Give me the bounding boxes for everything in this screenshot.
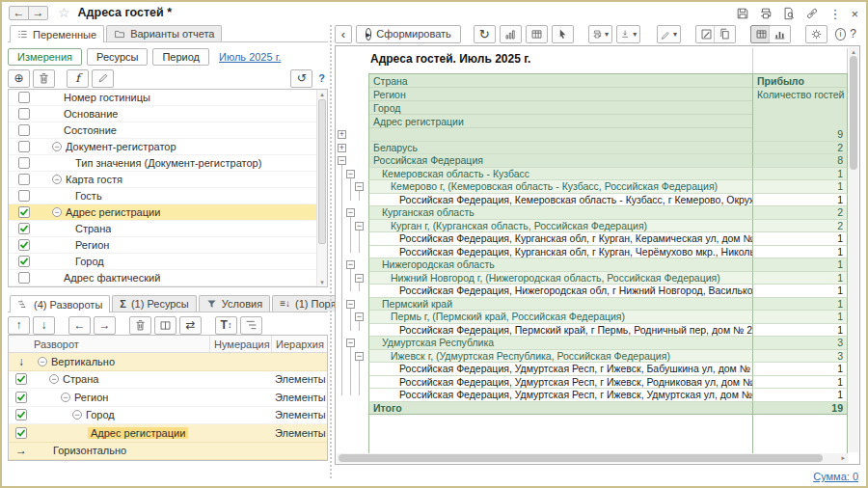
scroll-down-icon[interactable]: ▾ bbox=[317, 278, 327, 286]
info-icon[interactable]: i bbox=[835, 28, 847, 41]
checkbox-checked[interactable] bbox=[18, 256, 30, 267]
favorite-star-icon[interactable]: ☆ bbox=[58, 5, 70, 20]
collapse-icon[interactable]: − bbox=[355, 352, 364, 361]
header-address[interactable]: Адрес регистрации bbox=[369, 115, 752, 128]
checkbox[interactable] bbox=[18, 174, 30, 185]
header-arrived[interactable]: Прибыло bbox=[753, 74, 847, 88]
save-icon[interactable] bbox=[736, 7, 749, 20]
nav-forward-button[interactable]: → bbox=[28, 6, 48, 20]
report-variant-button[interactable] bbox=[500, 25, 522, 43]
collapse-icon[interactable]: − bbox=[355, 312, 364, 321]
tab-report-variants[interactable]: Варианты отчета bbox=[106, 25, 222, 41]
report-row[interactable]: −Удмуртская Республика3 bbox=[337, 337, 848, 350]
field-row[interactable]: Состояние bbox=[9, 122, 327, 139]
collapse-icon[interactable]: − bbox=[346, 300, 355, 309]
settings-button[interactable] bbox=[805, 25, 827, 43]
header-guest-count[interactable]: Количество гостей bbox=[753, 88, 847, 128]
checkbox[interactable] bbox=[18, 141, 30, 152]
report-row[interactable]: Российская Федерация, Удмуртская Респ, г… bbox=[337, 389, 848, 402]
link-icon[interactable] bbox=[805, 7, 819, 20]
expand-icon[interactable]: + bbox=[338, 130, 346, 139]
sum-link[interactable]: Сумма: 0 bbox=[813, 471, 858, 482]
collapse-icon[interactable]: − bbox=[346, 339, 355, 347]
move-up-button[interactable]: ↑ bbox=[8, 316, 30, 335]
grid-settings-button[interactable] bbox=[526, 25, 548, 43]
report-row[interactable]: Российская Федерация, Удмуртская Респ, г… bbox=[337, 363, 848, 376]
checkbox-checked[interactable] bbox=[18, 223, 30, 234]
header-country[interactable]: Страна bbox=[369, 74, 752, 88]
swap-button[interactable]: ⇄ bbox=[179, 316, 202, 335]
report-row[interactable]: Российская Федерация, Нижегородская обл,… bbox=[337, 285, 848, 298]
help-icon[interactable]: ? bbox=[850, 28, 856, 40]
checkbox[interactable] bbox=[18, 124, 30, 136]
move-right-button[interactable]: → bbox=[94, 316, 116, 335]
view-chart-button[interactable] bbox=[769, 25, 791, 43]
scroll-up-icon[interactable]: ▴ bbox=[320, 91, 324, 97]
generate-button[interactable]: ▶Сформировать bbox=[356, 25, 461, 43]
collapse-icon[interactable]: − bbox=[355, 182, 364, 191]
copy-button[interactable] bbox=[714, 25, 736, 43]
report-row[interactable]: Российская Федерация, Курганская обл, г … bbox=[337, 246, 848, 259]
split-columns-button[interactable] bbox=[154, 316, 176, 335]
collapse-icon[interactable]: − bbox=[346, 208, 355, 217]
report-vscrollbar[interactable]: ▴ bbox=[849, 47, 858, 452]
more-icon[interactable]: ⋮ bbox=[828, 8, 841, 20]
collapse-icon[interactable]: − bbox=[355, 274, 364, 283]
report-row[interactable]: −Ижевск г, (Удмуртская Республика, Росси… bbox=[337, 350, 848, 364]
subtab-period[interactable]: Период bbox=[152, 48, 209, 66]
expand-icon[interactable]: + bbox=[338, 144, 346, 152]
checkbox-checked[interactable] bbox=[15, 427, 27, 439]
report-total-row[interactable]: Итого19 bbox=[337, 402, 848, 416]
help-link[interactable]: ? bbox=[315, 72, 328, 84]
grid-row-selected[interactable]: Адрес регистрации Элементы bbox=[9, 424, 327, 443]
format-button[interactable]: ▾ bbox=[657, 25, 681, 43]
reset-button[interactable]: ↺ bbox=[290, 69, 312, 88]
checkbox-checked[interactable] bbox=[15, 409, 27, 420]
field-row[interactable]: Адрес фактический bbox=[9, 270, 327, 286]
refresh-button[interactable]: ↻ bbox=[474, 25, 496, 43]
grid-row[interactable]: −Регион Элементы bbox=[9, 389, 327, 407]
checkbox-checked[interactable] bbox=[18, 206, 30, 218]
collapse-icon[interactable]: − bbox=[338, 156, 346, 165]
report-row[interactable]: −Пермский край1 bbox=[337, 298, 848, 312]
add-button[interactable]: ⊕ bbox=[8, 69, 30, 88]
panel-splitter[interactable] bbox=[330, 25, 333, 478]
tab-resources[interactable]: Σ (1) Ресурсы bbox=[112, 295, 196, 312]
move-left-button[interactable]: ← bbox=[68, 316, 91, 335]
grid-row[interactable]: −Страна Элементы bbox=[9, 371, 327, 390]
collapse-icon[interactable]: − bbox=[72, 410, 82, 420]
collapse-icon[interactable]: − bbox=[52, 175, 62, 184]
nav-back-button[interactable]: ← bbox=[9, 6, 29, 20]
field-row[interactable]: −Карта гостя bbox=[9, 172, 327, 188]
report-row[interactable]: Российская Федерация, Пермский край, г П… bbox=[337, 324, 848, 338]
scroll-right-icon[interactable]: ▸ bbox=[841, 453, 845, 463]
field-row[interactable]: Основание bbox=[9, 106, 327, 122]
collapse-icon[interactable]: − bbox=[49, 374, 59, 384]
field-row-selected[interactable]: −Адрес регистрации bbox=[9, 204, 327, 221]
text-settings-button[interactable]: T↕ bbox=[215, 316, 237, 335]
period-link[interactable]: Июль 2025 г. bbox=[219, 51, 281, 63]
collapse-icon[interactable]: − bbox=[346, 260, 355, 269]
report-row[interactable]: +9 bbox=[337, 128, 848, 142]
field-row[interactable]: Тип значения (Документ-регистратор) bbox=[9, 155, 327, 172]
close-icon[interactable]: × bbox=[851, 8, 858, 20]
report-row[interactable]: Российская Федерация, Удмуртская Респ, г… bbox=[337, 376, 848, 390]
preview-icon[interactable] bbox=[782, 7, 796, 20]
hierarchy-button[interactable] bbox=[240, 316, 262, 335]
report-hscrollbar[interactable]: ▸ bbox=[337, 453, 848, 463]
report-row[interactable]: −Нижний Новгород г, (Нижегородская облас… bbox=[337, 272, 848, 285]
report-row[interactable]: −Кемеровская область - Кузбасс1 bbox=[337, 168, 848, 181]
collapse-icon[interactable]: − bbox=[52, 142, 62, 151]
report-row[interactable]: −Пермь г, (Пермский край, Российская Фед… bbox=[337, 311, 848, 324]
field-row[interactable]: −Документ-регистратор bbox=[9, 139, 327, 155]
checkbox-checked[interactable] bbox=[15, 373, 27, 385]
tab-conditions[interactable]: Условия bbox=[199, 295, 270, 312]
collapse-icon[interactable]: − bbox=[52, 207, 62, 217]
field-row[interactable]: Страна bbox=[9, 221, 327, 237]
report-row[interactable]: −Российская Федерация8 bbox=[337, 154, 848, 168]
collapse-icon[interactable]: − bbox=[61, 393, 70, 402]
report-row[interactable]: Российская Федерация, Кемеровская област… bbox=[337, 194, 848, 207]
history-back-button[interactable]: ‹ bbox=[335, 25, 352, 43]
report-row[interactable]: +Беларусь2 bbox=[337, 142, 848, 155]
delete-button[interactable] bbox=[33, 69, 55, 88]
